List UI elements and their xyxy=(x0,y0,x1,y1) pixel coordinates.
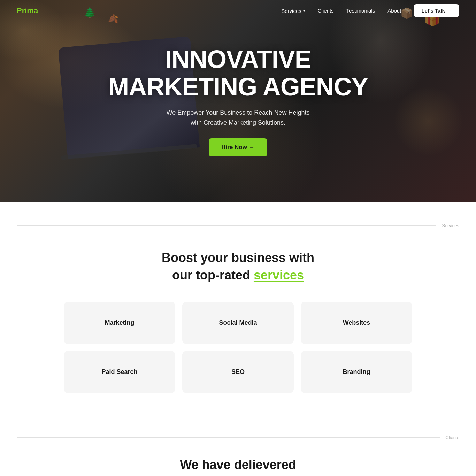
divider-label: Services xyxy=(442,223,459,228)
clients-divider-line xyxy=(17,437,440,438)
hero-content: INNOVATIVE MARKETING AGENCY We Empower Y… xyxy=(108,46,368,156)
service-card-marketing[interactable]: Marketing xyxy=(64,302,175,344)
hero-title-line1: INNOVATIVE xyxy=(165,45,311,73)
services-section: Services Boost your business with our to… xyxy=(0,202,476,421)
nav-link-about[interactable]: About xyxy=(387,8,401,14)
hero-title: INNOVATIVE MARKETING AGENCY xyxy=(108,46,368,101)
nav-item-about[interactable]: About xyxy=(387,8,401,14)
hero-section: 🌲 🍂 🎁 📦 INNOVATIVE MARKETING AGENCY We E… xyxy=(0,0,476,202)
services-heading-highlight: services xyxy=(254,268,304,282)
nav-item-testimonials[interactable]: Testimonials xyxy=(346,8,375,14)
services-divider: Services xyxy=(17,223,459,228)
service-card-seo[interactable]: SEO xyxy=(182,351,294,393)
clients-heading: We have delievered xyxy=(17,458,459,472)
nav-link-services[interactable]: Services ▾ xyxy=(281,8,305,14)
hire-now-button[interactable]: Hire Now → xyxy=(209,138,267,156)
hero-subtitle: We Empower Your Business to Reach New He… xyxy=(161,108,315,128)
nav-item-clients[interactable]: Clients xyxy=(318,8,334,14)
navbar: Prima Services ▾ Clients Testimonials Ab… xyxy=(0,0,476,22)
nav-cta-button[interactable]: Let's Talk → xyxy=(414,4,459,17)
services-grid: Marketing Social Media Websites Paid Sea… xyxy=(64,302,412,393)
chevron-down-icon: ▾ xyxy=(303,9,305,13)
nav-link-clients[interactable]: Clients xyxy=(318,8,334,14)
service-card-paid-search[interactable]: Paid Search xyxy=(64,351,175,393)
nav-item-cta[interactable]: Let's Talk → xyxy=(414,8,459,14)
service-card-social-media[interactable]: Social Media xyxy=(182,302,294,344)
hero-title-line2: MARKETING AGENCY xyxy=(108,73,368,101)
logo[interactable]: Prima xyxy=(17,6,38,15)
services-heading: Boost your business with our top-rated s… xyxy=(17,249,459,284)
nav-links: Services ▾ Clients Testimonials About Le… xyxy=(281,8,459,14)
services-heading-line1: Boost your business with xyxy=(162,251,314,265)
nav-item-services[interactable]: Services ▾ xyxy=(281,8,305,14)
services-heading-line2-plain: our top-rated xyxy=(172,268,254,282)
clients-divider: Clients xyxy=(17,435,459,440)
service-card-websites[interactable]: Websites xyxy=(301,302,412,344)
divider-line xyxy=(17,225,436,226)
nav-link-testimonials[interactable]: Testimonials xyxy=(346,8,375,14)
clients-section: Clients We have delievered xyxy=(0,421,476,476)
clients-divider-label: Clients xyxy=(445,435,459,440)
service-card-branding[interactable]: Branding xyxy=(301,351,412,393)
